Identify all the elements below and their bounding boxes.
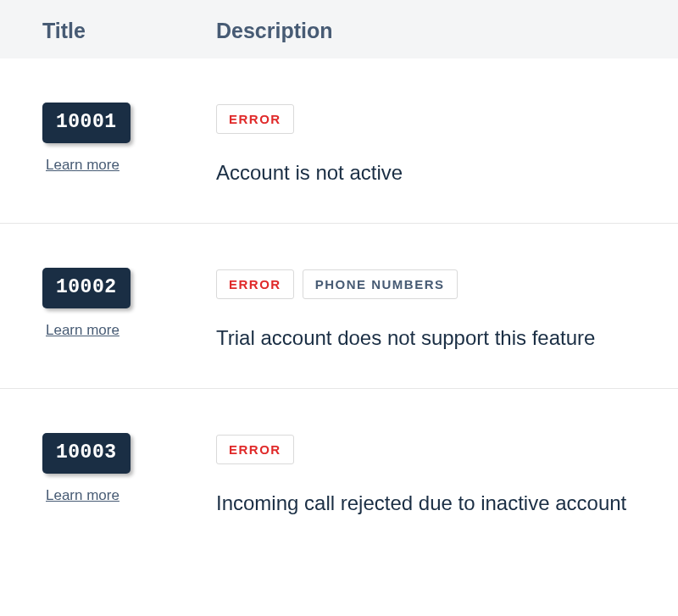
description-text: Account is not active xyxy=(216,159,658,186)
table-row: 10003Learn moreERRORIncoming call reject… xyxy=(0,389,678,553)
description-cell: ERRORIncoming call rejected due to inact… xyxy=(216,433,678,516)
header-title-label: Title xyxy=(42,19,86,42)
description-text: Trial account does not support this feat… xyxy=(216,325,658,351)
tags-container: ERROR xyxy=(216,104,658,134)
table-row: 10002Learn moreERRORPHONE NUMBERSTrial a… xyxy=(0,224,678,389)
description-cell: ERRORAccount is not active xyxy=(216,103,678,186)
table-header: Title Description xyxy=(0,0,678,58)
tags-container: ERRORPHONE NUMBERS xyxy=(216,269,658,299)
title-cell: 10001Learn more xyxy=(0,103,216,186)
table-row: 10001Learn moreERRORAccount is not activ… xyxy=(0,58,678,224)
title-cell: 10003Learn more xyxy=(0,433,216,516)
header-description-label: Description xyxy=(216,19,333,42)
description-cell: ERRORPHONE NUMBERSTrial account does not… xyxy=(216,268,678,351)
learn-more-link[interactable]: Learn more xyxy=(42,322,119,339)
tag-error: ERROR xyxy=(216,104,294,134)
error-code-badge: 10002 xyxy=(42,268,131,308)
tag-error: ERROR xyxy=(216,435,294,464)
tags-container: ERROR xyxy=(216,435,658,464)
learn-more-link[interactable]: Learn more xyxy=(42,487,119,504)
description-text: Incoming call rejected due to inactive a… xyxy=(216,490,658,516)
error-code-badge: 10001 xyxy=(42,103,131,143)
error-code-badge: 10003 xyxy=(42,433,131,474)
learn-more-link[interactable]: Learn more xyxy=(42,157,119,174)
title-cell: 10002Learn more xyxy=(0,268,216,351)
tag-error: ERROR xyxy=(216,269,294,299)
tag-default: PHONE NUMBERS xyxy=(303,269,458,299)
